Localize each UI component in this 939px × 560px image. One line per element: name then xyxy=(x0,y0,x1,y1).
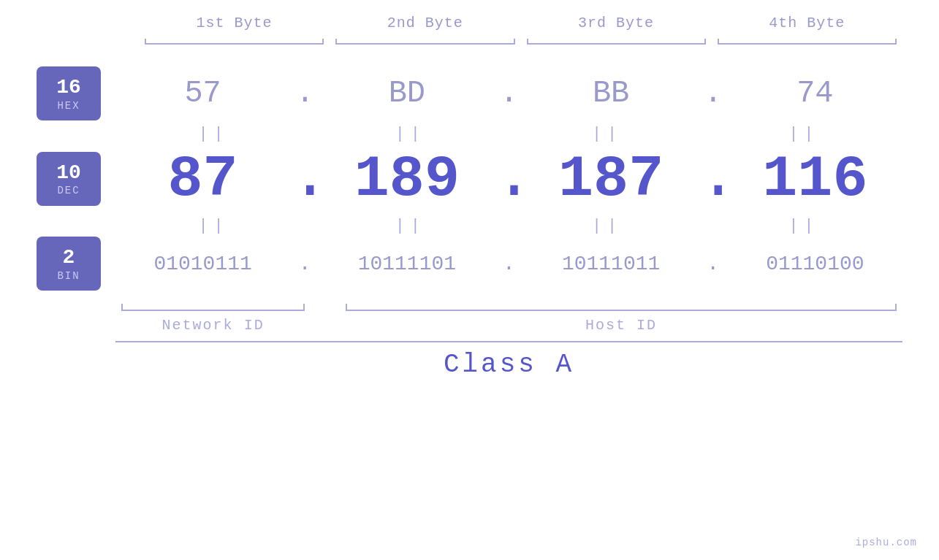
hex-badge: 16 HEX xyxy=(37,66,101,120)
bottom-section: Network ID Host ID xyxy=(37,301,902,334)
bin-badge: 2 BIN xyxy=(37,237,101,291)
hex-row: 16 HEX 57 . BD . BB . 74 xyxy=(37,66,902,120)
eq-5: || xyxy=(115,217,312,235)
eq-2: || xyxy=(312,125,509,143)
class-section: Class A xyxy=(37,341,902,380)
byte-labels-row: 1st Byte 2nd Byte 3rd Byte 4th Byte xyxy=(37,15,902,31)
class-line xyxy=(115,341,902,342)
host-id-label-cell: Host ID xyxy=(346,317,897,334)
network-id-label-cell: Network ID xyxy=(121,317,305,334)
byte3-label: 3rd Byte xyxy=(521,15,712,31)
bracket-4 xyxy=(718,37,897,52)
bracket-3 xyxy=(527,37,706,52)
dec-val-3: 187 xyxy=(524,146,699,212)
byte2-label: 2nd Byte xyxy=(330,15,520,31)
equals-row-1: || || || || xyxy=(37,125,902,143)
hex-val-1: 57 xyxy=(115,76,290,111)
byte1-label: 1st Byte xyxy=(139,15,330,31)
bin-sep-2: . xyxy=(495,253,524,275)
hex-values-grid: 57 . BD . BB . 74 xyxy=(115,76,902,111)
bin-sep-3: . xyxy=(699,253,728,275)
bin-badge-label: BIN xyxy=(57,270,80,282)
host-line xyxy=(346,310,897,311)
dec-badge-label: DEC xyxy=(57,185,80,196)
bin-val-4: 01110100 xyxy=(728,253,902,275)
class-label: Class A xyxy=(444,350,574,380)
bracket-line-2 xyxy=(335,43,514,45)
dec-sep-2: . xyxy=(495,145,524,210)
bracket-line-1 xyxy=(145,43,324,45)
eq-6: || xyxy=(312,217,509,235)
net-right-tick xyxy=(303,304,305,311)
bracket-line-4 xyxy=(718,43,897,45)
bin-val-2: 10111101 xyxy=(319,253,494,275)
dec-val-1: 87 xyxy=(115,146,290,212)
bin-val-1: 01010111 xyxy=(115,253,290,275)
watermark: ipshu.com xyxy=(855,537,917,548)
equals-row-2: || || || || xyxy=(37,217,902,235)
spacer-1 xyxy=(311,301,340,311)
eq-7: || xyxy=(509,217,706,235)
spacer-2 xyxy=(311,317,340,334)
bracket-line-3 xyxy=(527,43,706,45)
net-line xyxy=(121,310,305,311)
dec-val-4: 116 xyxy=(728,146,902,212)
host-id-label: Host ID xyxy=(585,317,657,334)
dec-values-grid: 87 . 189 . 187 . 116 xyxy=(115,145,902,212)
hex-sep-1: . xyxy=(290,76,319,111)
dec-row: 10 DEC 87 . 189 . 187 . 116 xyxy=(37,145,902,212)
host-bracket xyxy=(346,301,897,311)
byte4-label: 4th Byte xyxy=(712,15,902,31)
hex-sep-3: . xyxy=(699,76,728,111)
hex-val-4: 74 xyxy=(728,76,902,111)
bin-row: 2 BIN 01010111 . 10111101 . 10111011 . 0… xyxy=(37,237,902,291)
dec-badge-number: 10 xyxy=(56,161,81,185)
host-right-tick xyxy=(895,304,897,311)
net-left-tick xyxy=(121,304,123,311)
bin-sep-1: . xyxy=(290,253,319,275)
eq-8: || xyxy=(706,217,902,235)
network-bracket xyxy=(121,301,305,311)
dec-badge: 10 DEC xyxy=(37,152,101,206)
hex-sep-2: . xyxy=(495,76,524,111)
hex-badge-label: HEX xyxy=(57,100,80,112)
id-labels-row: Network ID Host ID xyxy=(115,317,902,334)
hex-badge-number: 16 xyxy=(56,75,81,100)
dec-sep-1: . xyxy=(290,145,319,210)
eq-1: || xyxy=(115,125,312,143)
class-label-row: Class A xyxy=(115,350,902,380)
dec-sep-3: . xyxy=(699,145,728,210)
bracket-1 xyxy=(145,37,324,52)
host-left-tick xyxy=(346,304,347,311)
bottom-brackets xyxy=(115,301,902,311)
network-id-label: Network ID xyxy=(162,317,265,334)
dec-val-2: 189 xyxy=(319,146,494,212)
hex-val-2: BD xyxy=(319,76,494,111)
top-bracket-row xyxy=(37,37,902,52)
hex-val-3: BB xyxy=(524,76,699,111)
bin-badge-number: 2 xyxy=(63,245,75,270)
bracket-2 xyxy=(335,37,514,52)
eq-3: || xyxy=(509,125,706,143)
bin-val-3: 10111011 xyxy=(524,253,699,275)
main-container: 1st Byte 2nd Byte 3rd Byte 4th Byte 16 H… xyxy=(0,0,939,560)
bin-values-grid: 01010111 . 10111101 . 10111011 . 0111010… xyxy=(115,253,902,275)
